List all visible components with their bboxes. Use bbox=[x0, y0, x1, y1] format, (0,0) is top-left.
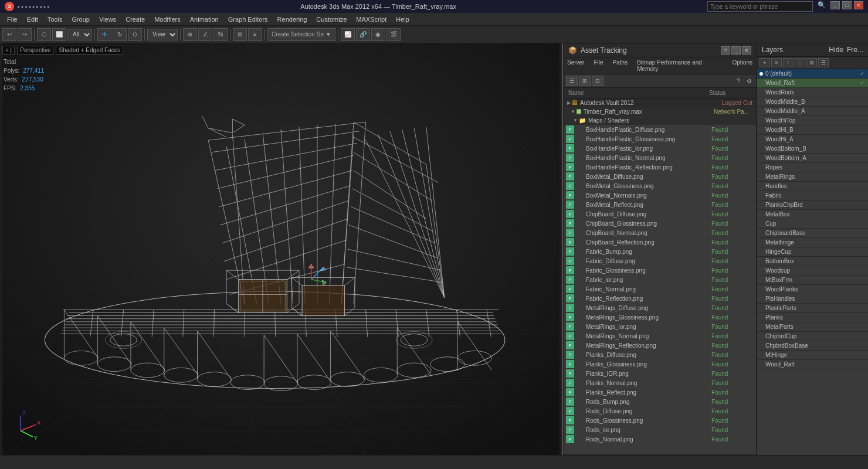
mirror-button[interactable]: ⊞ bbox=[233, 28, 247, 41]
menu-edit[interactable]: Edit bbox=[22, 15, 43, 24]
selection-set-button[interactable]: Create Selection Se ▼ bbox=[267, 28, 335, 41]
list-item[interactable]: P Fabric_ior.png Found bbox=[564, 275, 756, 284]
layer-item-metalrings[interactable]: MetalRings bbox=[757, 172, 868, 182]
list-item[interactable]: P Rods_Normal.png Found bbox=[564, 434, 756, 444]
rotate-button[interactable]: ↻ bbox=[113, 28, 127, 41]
percent-snap-button[interactable]: % bbox=[213, 28, 228, 41]
menu-customize[interactable]: Customize bbox=[311, 15, 351, 24]
layer-item-hingecup[interactable]: HingeCup bbox=[757, 247, 868, 257]
minimize-button[interactable]: _ bbox=[830, 1, 840, 9]
list-item[interactable]: P MetalRings_Diffuse.png Found bbox=[564, 303, 756, 312]
layer-item-ropes[interactable]: Ropes bbox=[757, 163, 868, 172]
layer-item-bottombox[interactable]: BottomBox bbox=[757, 257, 868, 266]
layer-item-planks[interactable]: Planks bbox=[757, 313, 868, 322]
redo-button[interactable]: ↪ bbox=[18, 28, 32, 41]
list-item[interactable]: P Rods_Glossiness.png Found bbox=[564, 416, 756, 425]
menu-modifiers[interactable]: Modifiers bbox=[150, 15, 185, 24]
list-item[interactable]: P MetalRings_Glossiness.png Found bbox=[564, 312, 756, 322]
list-item[interactable]: P ChipBoard_Glossiness.png Found bbox=[564, 219, 756, 228]
select-button[interactable]: ⬡ bbox=[37, 28, 51, 41]
snap-button[interactable]: ⊕ bbox=[183, 28, 197, 41]
list-item[interactable]: P Fabric_Glossiness.png Found bbox=[564, 266, 756, 275]
list-item[interactable]: P Rods_ior.png Found bbox=[564, 425, 756, 434]
list-item[interactable]: P MetalRings_Normal.png Found bbox=[564, 331, 756, 341]
asset-minimize-button[interactable]: _ bbox=[731, 46, 741, 55]
layer-item-fabric[interactable]: Fabric bbox=[757, 191, 868, 200]
asset-tb-btn-1[interactable]: ☰ bbox=[566, 76, 578, 86]
layers-list[interactable]: 0 (default) ✓ Wood_Raft ✓ WoodRods WoodM… bbox=[757, 69, 868, 455]
layer-item-default[interactable]: 0 (default) ✓ bbox=[757, 69, 868, 79]
list-item[interactable]: P Planks_Normal.png Found bbox=[564, 378, 756, 388]
undo-button[interactable]: ↩ bbox=[2, 28, 16, 41]
list-item[interactable]: P MetalRings_ior.png Found bbox=[564, 322, 756, 331]
layer-item-woodplanks[interactable]: WoodPlanks bbox=[757, 285, 868, 294]
menu-views[interactable]: Views bbox=[94, 15, 121, 24]
layers-down-button[interactable]: ↓ bbox=[795, 58, 805, 67]
asset-vault-row[interactable]: ▶ 🏛 Autodesk Vault 2012 Logged Out bbox=[564, 98, 756, 107]
layers-select-button[interactable]: ☰ bbox=[818, 58, 829, 67]
viewport[interactable]: + | Perspective Shaded + Edged Faces Tot… bbox=[0, 43, 563, 455]
list-item[interactable]: P Planks_IOR.png Found bbox=[564, 369, 756, 378]
list-item[interactable]: P MetalRings_Reflection.png Found bbox=[564, 341, 756, 350]
asset-menu-bitmap[interactable]: Bitmap Performance and Memory bbox=[636, 59, 724, 73]
layer-item-handles[interactable]: Handles bbox=[757, 182, 868, 191]
asset-tb-settings-icon[interactable]: ⚙ bbox=[744, 76, 754, 86]
list-item[interactable]: P Fabric_Bump.png Found bbox=[564, 247, 756, 256]
layer-item-mthinge[interactable]: MtHinge bbox=[757, 351, 868, 360]
asset-tb-btn-2[interactable]: ⊞ bbox=[579, 76, 591, 86]
search-icon[interactable]: 🔍 bbox=[818, 1, 826, 12]
asset-menu-file[interactable]: File bbox=[592, 59, 604, 73]
render-button[interactable]: 🎬 bbox=[386, 28, 401, 41]
align-button[interactable]: ≡ bbox=[248, 28, 262, 41]
layer-item-metalbox[interactable]: MetalBox bbox=[757, 210, 868, 219]
menu-tools[interactable]: Tools bbox=[43, 15, 67, 24]
layers-up-button[interactable]: ↑ bbox=[783, 58, 794, 67]
layer-item-woodhi-b[interactable]: WoodHi_B bbox=[757, 125, 868, 135]
layers-add-button[interactable]: + bbox=[760, 58, 770, 67]
asset-menu-paths[interactable]: Paths bbox=[612, 59, 629, 73]
asset-list[interactable]: ▶ 🏛 Autodesk Vault 2012 Logged Out ▼ M T… bbox=[564, 98, 756, 454]
menu-maxscript[interactable]: MAXScript bbox=[351, 15, 391, 24]
asset-panel-controls[interactable]: ? _ ✕ bbox=[721, 46, 751, 55]
list-item[interactable]: P BoxMetal_Glossiness.png Found bbox=[564, 181, 756, 191]
material-editor-button[interactable]: ◉ bbox=[371, 28, 385, 41]
layer-item-chipboardbase[interactable]: ChipboardBase bbox=[757, 229, 868, 238]
layer-item-woodbottom-a[interactable]: WoodBottom_A bbox=[757, 154, 868, 163]
list-item[interactable]: P Rods_Diffuse.png Found bbox=[564, 406, 756, 416]
list-item[interactable]: P Planks_Diffuse.png Found bbox=[564, 350, 756, 359]
layers-delete-button[interactable]: ✕ bbox=[771, 58, 782, 67]
layer-item-cup[interactable]: Cup bbox=[757, 219, 868, 229]
list-item[interactable]: P ChipBoard_Reflection.png Found bbox=[564, 237, 756, 247]
view-select[interactable]: View bbox=[147, 29, 178, 40]
title-bar-controls[interactable]: 🔍 _ □ ✕ bbox=[707, 1, 863, 12]
asset-tb-help-icon[interactable]: ? bbox=[734, 76, 743, 86]
list-item[interactable]: P BoxMetal_Diffuse.png Found bbox=[564, 172, 756, 181]
list-item[interactable]: P Fabric_Reflection.png Found bbox=[564, 294, 756, 303]
list-item[interactable]: P BoxHandlePlastic_ior.png Found bbox=[564, 144, 756, 153]
list-item[interactable]: P Planks_Glossiness.png Found bbox=[564, 359, 756, 369]
close-button[interactable]: ✕ bbox=[854, 1, 863, 9]
menu-graph-editors[interactable]: Graph Editors bbox=[223, 15, 273, 24]
layer-item-wood-raft-2[interactable]: Wood_Raft bbox=[757, 360, 868, 369]
menu-group[interactable]: Group bbox=[67, 15, 94, 24]
schematic-button[interactable]: 🔗 bbox=[356, 28, 370, 41]
asset-maps-folder-row[interactable]: ▼ 📁 Maps / Shaders bbox=[564, 116, 756, 125]
layer-item-plankschpbrd[interactable]: PlanksChpBrd bbox=[757, 200, 868, 210]
layer-item-woodhi-a[interactable]: WoodHi_A bbox=[757, 135, 868, 144]
layer-item-woodmiddle-b[interactable]: WoodMiddle_B bbox=[757, 97, 868, 107]
layer-item-metalparts[interactable]: MetalParts bbox=[757, 322, 868, 332]
layer-item-metalhinge[interactable]: Metalhinge bbox=[757, 238, 868, 247]
asset-help-button[interactable]: ? bbox=[721, 46, 730, 55]
select-region-button[interactable]: ⬜ bbox=[52, 28, 66, 41]
list-item[interactable]: P ChipBoard_Diffuse.png Found bbox=[564, 209, 756, 219]
menu-file[interactable]: File bbox=[2, 15, 22, 24]
list-item[interactable]: P BoxHandlePlastic_Normal.png Found bbox=[564, 153, 756, 162]
layer-item-wood-raft[interactable]: Wood_Raft ✓ bbox=[757, 79, 868, 88]
list-item[interactable]: P BoxHandlePlastic_Diffuse.png Found bbox=[564, 125, 756, 134]
list-item[interactable]: P Fabric_Diffuse.png Found bbox=[564, 256, 756, 266]
list-item[interactable]: P BoxMetal_Normals.png Found bbox=[564, 191, 756, 200]
curve-editor-button[interactable]: 📈 bbox=[341, 28, 355, 41]
list-item[interactable]: P BoxHandlePlastic_Glossiness.png Found bbox=[564, 134, 756, 144]
menu-create[interactable]: Create bbox=[121, 15, 150, 24]
layer-item-chipbrdcup[interactable]: ChipbrdCup bbox=[757, 332, 868, 341]
